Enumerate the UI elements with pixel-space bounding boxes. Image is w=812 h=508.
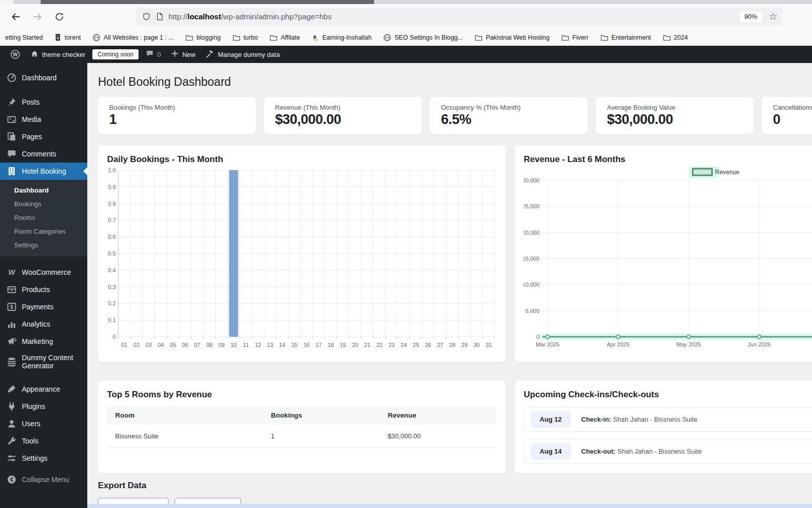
stat-value: $30,000.00 [275,112,411,128]
bottom-row: Top 5 Rooms by Revenue RoomBookingsReven… [98,380,812,473]
bookmark-label: Entertainment [612,34,651,41]
home-icon [30,50,39,59]
sidebar-item-dummy-content-generator[interactable]: Dummy Content Generator [0,350,87,373]
folder-icon [600,34,608,41]
sidebar-item-media[interactable]: Media [0,111,87,128]
svg-text:20: 20 [352,342,358,348]
box-icon [7,284,17,295]
page-info-icon[interactable] [156,12,163,21]
globe-icon [92,34,100,42]
submenu-item-settings[interactable]: Settings [0,238,87,252]
sidebar-submenu-hotel-booking: DashboardBookingsRoomsRoom CategoriesSet… [0,180,87,257]
sidebar-item-marketing[interactable]: Marketing [0,333,87,350]
sidebar-item-collapse-menu[interactable]: Collapse Menu [0,471,87,488]
bookmark-fiverr[interactable]: Fiverr [558,33,592,43]
sidebar-item-posts[interactable]: Posts [0,93,87,111]
upcoming-card: Upcoming Check-ins/Check-outs Aug 12Chec… [515,380,812,473]
bookmark-turbo[interactable]: turbo [229,33,261,43]
svg-text:25: 25 [413,342,419,348]
gauge-icon [7,73,17,83]
sidebar-item-label: Hotel Booking [22,167,66,175]
sidebar-item-plugins[interactable]: Plugins [0,398,87,415]
bookmark-torent[interactable]: torent [51,32,84,43]
new-content-item[interactable]: New [166,46,200,63]
bookmark-pakistnai-web-hosting[interactable]: Pakistnai Web Hosting [471,33,553,43]
shield-icon[interactable] [142,12,151,21]
sidebar-item-label: Collapse Menu [22,475,69,484]
svg-text:10: 10 [230,342,236,348]
plug-icon [7,401,17,411]
bookmark-star-icon[interactable]: ☆ [769,12,777,21]
horizontal-scrollbar[interactable] [87,504,812,508]
sidebar-item-products[interactable]: Products [0,281,87,298]
manage-dummy-data-item[interactable]: Manage dummy data [200,46,285,63]
svg-text:a: a [313,34,317,40]
zoom-level-badge[interactable]: 80% [740,11,762,22]
svg-text:02: 02 [133,342,140,348]
pages-icon [7,132,17,142]
comments-item[interactable]: 0 [141,46,166,63]
svg-text:0.6: 0.6 [108,234,116,240]
sidebar-item-comments[interactable]: Comments [0,145,87,163]
sidebar-item-label: Dummy Content Generator [22,354,83,370]
bookmark-label: torent [64,34,81,41]
stat-cards-row: Bookings (This Month)1Revenue (This Mont… [98,97,812,134]
daily-bookings-title: Daily Bookings - This Month [107,154,496,165]
svg-text:W: W [13,52,18,57]
stat-label: Bookings (This Month) [109,104,245,111]
forward-icon[interactable] [29,8,46,25]
bookmark-2024[interactable]: 2024 [660,33,691,43]
bookmark-all-websites-page-1[interactable]: All Websites : page 1 : ... [89,32,177,43]
sidebar-item-users[interactable]: Users [0,415,87,432]
submenu-item-bookings[interactable]: Bookings [0,197,87,211]
sidebar-item-tools[interactable]: Tools [0,432,87,450]
bookmark-etting-started[interactable]: etting Started [2,33,46,43]
user-icon [7,419,17,429]
svg-text:18: 18 [328,342,334,348]
browser-window: http://localhost/wp-admin/admin.php?page… [0,0,812,508]
submenu-item-room-categories[interactable]: Room Categories [0,225,87,238]
wp-logo-icon[interactable]: W [5,46,25,63]
sidebar-item-appearance[interactable]: Appearance [0,380,87,398]
svg-text:15: 15 [291,342,297,348]
url-bar[interactable]: http://localhost/wp-admin/admin.php?page… [136,8,783,26]
svg-text:29: 29 [461,342,467,348]
site-name-item[interactable]: theme checker [25,46,90,63]
back-icon[interactable] [7,8,24,25]
svg-text:12: 12 [255,342,261,348]
daily-bookings-card: Daily Bookings - This Month 1.00.90.80.7… [98,145,505,362]
svg-text:Mar 2025: Mar 2025 [536,341,559,347]
sidebar-item-settings[interactable]: Settings [0,450,87,467]
sidebar-item-payments[interactable]: $Payments [0,298,87,315]
submenu-item-dashboard[interactable]: Dashboard [0,183,87,197]
svg-text:28: 28 [449,342,455,348]
bookmark-blogging[interactable]: blogging [182,33,223,43]
sidebar-item-label: Users [22,420,41,428]
submenu-item-rooms[interactable]: Rooms [0,211,87,225]
bookmark-affilate[interactable]: Affilate [266,33,303,43]
sidebar-item-label: Comments [22,150,56,158]
stat-label: Average Booking Value [607,104,742,111]
bookmark-earning-inshallah[interactable]: aEarning-Inshallah [309,32,375,43]
svg-text:19: 19 [340,342,346,348]
upcoming-item: Aug 14Check-out: Shah Jahan - Bissness S… [524,439,812,464]
svg-text:Apr 2025: Apr 2025 [607,341,630,347]
sidebar-item-dashboard[interactable]: Dashboard [0,69,87,86]
sidebar-item-analytics[interactable]: Analytics [0,315,87,333]
sidebar-item-woocommerce[interactable]: WWooCommerce [0,264,87,281]
svg-text:16: 16 [303,342,310,348]
svg-text:0.4: 0.4 [108,267,116,273]
bookmark-seo-settings-in-blogg[interactable]: SEO Settings In Blogg... [380,32,466,43]
svg-text:27: 27 [437,342,443,348]
bookmark-entertainment[interactable]: Entertainment [597,33,654,43]
reload-icon[interactable] [51,8,68,25]
svg-text:13: 13 [267,342,273,348]
upcoming-list: Aug 12Check-in: Shah Jahan - Bissness Su… [524,407,812,464]
svg-text:17: 17 [316,342,322,348]
wp-sidebar-menu: DashboardPostsMediaPagesCommentsHotel Bo… [0,63,87,508]
sidebar-item-hotel-booking[interactable]: Hotel Booking [0,163,87,180]
coming-soon-badge[interactable]: Coming soon [92,49,139,59]
svg-text:26: 26 [425,342,431,348]
table-cell: $30,000.00 [380,425,496,448]
sidebar-item-pages[interactable]: Pages [0,128,87,145]
